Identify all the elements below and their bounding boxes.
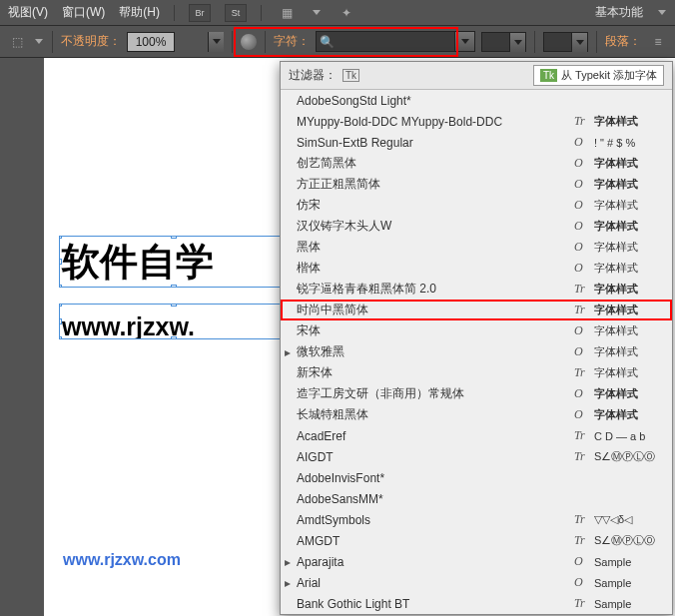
font-name: AdobeSansMM* [297,492,574,506]
opacity-stepper[interactable] [208,32,224,52]
font-type-icon: O [574,386,590,401]
arrange-dropdown[interactable] [312,8,322,18]
font-type-icon: Tr [574,365,590,380]
font-sample: Sample [590,598,668,610]
font-name: 造字工房文研（非商用）常规体 [297,385,574,402]
font-item[interactable]: 黑体O字体样式 [281,237,672,258]
text-content: 软件自学 [62,241,214,283]
font-item[interactable]: AdobeSongStd Light* [281,90,672,111]
filter-typekit-toggle[interactable]: Tk [342,69,359,82]
text-object-2[interactable]: www.rjzxw. [59,304,289,339]
font-item[interactable]: MYuppy-Bold-DDC MYuppy-Bold-DDCTr字体样式 [281,111,672,132]
separator [596,31,597,53]
para-label: 段落： [605,33,641,50]
chain-dropdown[interactable] [34,37,44,47]
add-typekit-button[interactable]: Tk 从 Typekit 添加字体 [533,65,664,86]
font-item[interactable]: ▸微软雅黑O字体样式 [281,341,672,362]
typekit-icon: Tk [540,69,557,82]
font-style-combo[interactable] [481,32,526,52]
font-name: 宋体 [297,322,574,339]
align-left-icon[interactable]: ≡ [647,33,669,51]
font-type-icon: O [574,240,590,255]
workspace-dropdown[interactable] [657,8,667,18]
font-item[interactable]: AIGDTTrS∠ⓂⓅⓁⓄ [281,446,672,467]
font-item[interactable]: 长城特粗黑体O字体样式 [281,404,672,425]
font-name: SimSun-ExtB Regular [297,136,574,150]
font-sample: 字体样式 [590,156,668,171]
font-item[interactable]: AcadErefTrC D — a b [281,425,672,446]
expand-arrow-icon: ▸ [285,345,291,359]
font-item[interactable]: Bank Gothic Light BTTrSample [281,593,672,613]
font-item[interactable]: ▸AparajitaOSample [281,551,672,572]
font-name: 黑体 [297,239,574,256]
font-type-icon: O [574,156,590,171]
font-name: 方正正粗黑简体 [297,176,574,193]
typekit-label: 从 Typekit 添加字体 [561,68,657,83]
font-name: MYuppy-Bold-DDC MYuppy-Bold-DDC [297,115,574,129]
separator [265,31,266,53]
font-item[interactable]: 方正正粗黑简体O字体样式 [281,174,672,195]
opacity-input[interactable]: 100% [127,32,175,52]
font-dropdown-arrow[interactable] [454,32,474,51]
font-name: 时尚中黑简体 [297,302,574,318]
opacity-label: 不透明度： [61,33,121,50]
workspace-label[interactable]: 基本功能 [595,4,643,21]
font-size-combo[interactable] [543,32,588,52]
recolor-icon[interactable] [241,34,257,50]
bridge-icon[interactable]: Br [189,4,211,22]
menu-help[interactable]: 帮助(H) [119,4,160,21]
font-dropdown-panel: 过滤器： Tk Tk 从 Typekit 添加字体 AdobeSongStd L… [280,61,673,615]
font-name: Aparajita [297,555,574,569]
font-name: 锐字逼格青春粗黑体简 2.0 [297,281,574,298]
chain-icon[interactable]: ⬚ [6,33,28,51]
font-name: AcadEref [297,429,574,443]
font-type-icon: O [574,135,590,150]
font-name: 仿宋 [297,197,574,214]
menu-view[interactable]: 视图(V) [8,4,48,21]
search-icon: 🔍 [317,35,337,49]
font-type-icon: O [574,407,590,422]
font-item[interactable]: 宋体O字体样式 [281,320,672,341]
font-item[interactable]: 新宋体Tr字体样式 [281,362,672,383]
expand-arrow-icon: ▸ [285,576,291,590]
font-sample: 字体样式 [590,282,668,297]
font-type-icon: Tr [574,428,590,443]
font-item[interactable]: 仿宋O字体样式 [281,195,672,216]
menu-window[interactable]: 窗口(W) [62,4,105,21]
separator [232,31,233,53]
font-sample: Sample [590,577,668,589]
font-item[interactable]: 创艺简黑体O字体样式 [281,153,672,174]
font-name: 创艺简黑体 [297,155,574,172]
font-sample: ! " # $ % [590,137,668,149]
filter-label: 过滤器： [289,67,337,84]
expand-arrow-icon: ▸ [285,555,291,569]
font-item[interactable]: 汉仪铸字木头人WO字体样式 [281,216,672,237]
text-object-1[interactable]: 软件自学 [59,236,289,288]
gpu-icon[interactable]: ✦ [336,4,357,22]
separator [52,31,53,53]
font-type-icon: O [574,261,590,276]
font-item[interactable]: ▸ArialOSample [281,572,672,593]
font-type-icon: O [574,323,590,338]
font-sample: 字体样式 [590,407,668,422]
font-item[interactable]: 楷体O字体样式 [281,258,672,279]
font-type-icon: Tr [574,533,590,548]
font-item[interactable]: 锐字逼格青春粗黑体简 2.0Tr字体样式 [281,279,672,300]
font-item[interactable]: AdobeInvisFont* [281,467,672,488]
font-item[interactable]: 造字工房文研（非商用）常规体O字体样式 [281,383,672,404]
font-family-combo[interactable]: 🔍 [316,31,475,52]
font-item[interactable]: 时尚中黑简体Tr字体样式 [281,300,672,320]
font-item[interactable]: SimSun-ExtB RegularO! " # $ % [281,132,672,153]
font-item[interactable]: AMGDTTrS∠ⓂⓅⓁⓄ [281,530,672,551]
stock-icon[interactable]: St [225,4,247,22]
font-sample: C D — a b [590,430,668,442]
font-sample: 字体样式 [590,323,668,338]
font-name: AIGDT [297,450,574,464]
font-item[interactable]: AmdtSymbolsTr▽▽◁δ◁ [281,509,672,530]
separator [534,31,535,53]
font-name: AdobeSongStd Light* [297,94,574,108]
font-item[interactable]: AdobeSansMM* [281,488,672,509]
arrange-icon[interactable]: ▦ [276,4,298,22]
font-list[interactable]: AdobeSongStd Light*MYuppy-Bold-DDC MYupp… [281,90,672,613]
font-name: AMGDT [297,534,574,548]
